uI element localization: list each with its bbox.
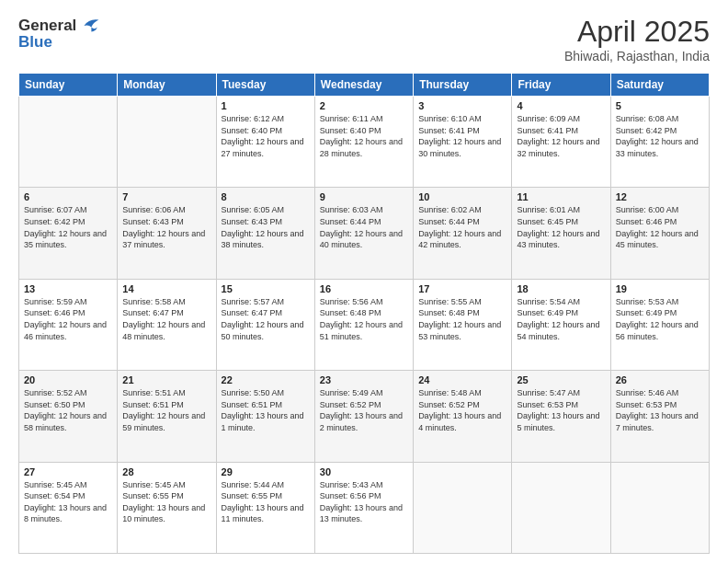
weekday-header-tuesday: Tuesday: [216, 74, 314, 97]
calendar-cell: 11Sunrise: 6:01 AMSunset: 6:45 PMDayligh…: [512, 188, 610, 279]
calendar-cell: 23Sunrise: 5:49 AMSunset: 6:52 PMDayligh…: [314, 371, 413, 462]
cell-day-number: 27: [24, 466, 112, 477]
cell-day-number: 30: [320, 466, 408, 477]
calendar-cell: 16Sunrise: 5:56 AMSunset: 6:48 PMDayligh…: [314, 279, 413, 370]
cell-day-number: 15: [222, 283, 310, 294]
cell-day-number: 17: [418, 283, 506, 294]
header: General Blue April 2025 Bhiwadi, Rajasth…: [18, 15, 710, 63]
cell-sun-info: Sunrise: 5:45 AMSunset: 6:54 PMDaylight:…: [24, 479, 112, 525]
calendar-cell: [414, 462, 512, 553]
calendar-cell: 22Sunrise: 5:50 AMSunset: 6:51 PMDayligh…: [216, 371, 314, 462]
calendar-cell: 24Sunrise: 5:48 AMSunset: 6:52 PMDayligh…: [414, 371, 512, 462]
calendar-cell: 15Sunrise: 5:57 AMSunset: 6:47 PMDayligh…: [216, 279, 314, 370]
calendar-cell: 25Sunrise: 5:47 AMSunset: 6:53 PMDayligh…: [512, 371, 610, 462]
calendar-cell: [512, 462, 610, 553]
cell-day-number: 29: [222, 466, 310, 477]
cell-day-number: 11: [517, 191, 605, 202]
cell-sun-info: Sunrise: 5:58 AMSunset: 6:47 PMDaylight:…: [122, 296, 210, 342]
cell-day-number: 7: [122, 191, 210, 202]
cell-sun-info: Sunrise: 6:05 AMSunset: 6:43 PMDaylight:…: [222, 204, 310, 250]
cell-day-number: 21: [122, 374, 210, 385]
cell-sun-info: Sunrise: 6:00 AMSunset: 6:46 PMDaylight:…: [616, 204, 704, 250]
logo-bird-icon: [78, 15, 100, 37]
cell-sun-info: Sunrise: 5:48 AMSunset: 6:52 PMDaylight:…: [418, 387, 506, 433]
calendar-cell: [118, 97, 216, 188]
cell-sun-info: Sunrise: 6:03 AMSunset: 6:44 PMDaylight:…: [320, 204, 408, 250]
cell-sun-info: Sunrise: 5:50 AMSunset: 6:51 PMDaylight:…: [222, 387, 310, 433]
cell-sun-info: Sunrise: 5:49 AMSunset: 6:52 PMDaylight:…: [320, 387, 408, 433]
weekday-header-sunday: Sunday: [19, 74, 118, 97]
week-row-2: 6Sunrise: 6:07 AMSunset: 6:42 PMDaylight…: [19, 188, 710, 279]
calendar-cell: 20Sunrise: 5:52 AMSunset: 6:50 PMDayligh…: [19, 371, 118, 462]
cell-day-number: 16: [320, 283, 408, 294]
calendar-cell: 30Sunrise: 5:43 AMSunset: 6:56 PMDayligh…: [314, 462, 413, 553]
cell-day-number: 26: [616, 374, 704, 385]
calendar-table: SundayMondayTuesdayWednesdayThursdayFrid…: [18, 73, 710, 554]
page: General Blue April 2025 Bhiwadi, Rajasth…: [0, 0, 728, 563]
calendar-cell: 19Sunrise: 5:53 AMSunset: 6:49 PMDayligh…: [610, 279, 709, 370]
calendar-cell: 9Sunrise: 6:03 AMSunset: 6:44 PMDaylight…: [314, 188, 413, 279]
title-block: April 2025 Bhiwadi, Rajasthan, India: [564, 15, 710, 63]
cell-sun-info: Sunrise: 6:01 AMSunset: 6:45 PMDaylight:…: [517, 204, 605, 250]
cell-day-number: 9: [320, 191, 408, 202]
cell-sun-info: Sunrise: 6:02 AMSunset: 6:44 PMDaylight:…: [418, 204, 506, 250]
cell-sun-info: Sunrise: 6:07 AMSunset: 6:42 PMDaylight:…: [24, 204, 112, 250]
calendar-cell: 17Sunrise: 5:55 AMSunset: 6:48 PMDayligh…: [414, 279, 512, 370]
week-row-1: 1Sunrise: 6:12 AMSunset: 6:40 PMDaylight…: [19, 97, 710, 188]
calendar-cell: 6Sunrise: 6:07 AMSunset: 6:42 PMDaylight…: [19, 188, 118, 279]
cell-day-number: 3: [418, 100, 506, 111]
calendar-cell: 14Sunrise: 5:58 AMSunset: 6:47 PMDayligh…: [118, 279, 216, 370]
weekday-header-saturday: Saturday: [610, 74, 709, 97]
cell-sun-info: Sunrise: 5:53 AMSunset: 6:49 PMDaylight:…: [616, 296, 704, 342]
calendar-cell: 12Sunrise: 6:00 AMSunset: 6:46 PMDayligh…: [610, 188, 709, 279]
cell-sun-info: Sunrise: 5:51 AMSunset: 6:51 PMDaylight:…: [122, 387, 210, 433]
cell-sun-info: Sunrise: 5:47 AMSunset: 6:53 PMDaylight:…: [517, 387, 605, 433]
cell-sun-info: Sunrise: 5:56 AMSunset: 6:48 PMDaylight:…: [320, 296, 408, 342]
month-title: April 2025: [564, 15, 710, 49]
calendar-cell: 27Sunrise: 5:45 AMSunset: 6:54 PMDayligh…: [19, 462, 118, 553]
calendar-cell: [610, 462, 709, 553]
cell-sun-info: Sunrise: 6:12 AMSunset: 6:40 PMDaylight:…: [222, 113, 310, 159]
cell-sun-info: Sunrise: 5:55 AMSunset: 6:48 PMDaylight:…: [418, 296, 506, 342]
calendar-cell: 5Sunrise: 6:08 AMSunset: 6:42 PMDaylight…: [610, 97, 709, 188]
logo: General Blue: [18, 15, 100, 52]
calendar-cell: 18Sunrise: 5:54 AMSunset: 6:49 PMDayligh…: [512, 279, 610, 370]
calendar-cell: 21Sunrise: 5:51 AMSunset: 6:51 PMDayligh…: [118, 371, 216, 462]
weekday-header-row: SundayMondayTuesdayWednesdayThursdayFrid…: [19, 74, 710, 97]
cell-day-number: 24: [418, 374, 506, 385]
cell-sun-info: Sunrise: 5:44 AMSunset: 6:55 PMDaylight:…: [222, 479, 310, 525]
calendar-cell: 2Sunrise: 6:11 AMSunset: 6:40 PMDaylight…: [314, 97, 413, 188]
calendar-cell: 8Sunrise: 6:05 AMSunset: 6:43 PMDaylight…: [216, 188, 314, 279]
cell-sun-info: Sunrise: 5:59 AMSunset: 6:46 PMDaylight:…: [24, 296, 112, 342]
cell-day-number: 23: [320, 374, 408, 385]
calendar-cell: 3Sunrise: 6:10 AMSunset: 6:41 PMDaylight…: [414, 97, 512, 188]
week-row-4: 20Sunrise: 5:52 AMSunset: 6:50 PMDayligh…: [19, 371, 710, 462]
calendar-cell: 7Sunrise: 6:06 AMSunset: 6:43 PMDaylight…: [118, 188, 216, 279]
cell-sun-info: Sunrise: 5:43 AMSunset: 6:56 PMDaylight:…: [320, 479, 408, 525]
logo-general-text: General: [18, 17, 76, 35]
cell-day-number: 8: [222, 191, 310, 202]
calendar-cell: 29Sunrise: 5:44 AMSunset: 6:55 PMDayligh…: [216, 462, 314, 553]
cell-sun-info: Sunrise: 5:46 AMSunset: 6:53 PMDaylight:…: [616, 387, 704, 433]
cell-sun-info: Sunrise: 5:52 AMSunset: 6:50 PMDaylight:…: [24, 387, 112, 433]
cell-sun-info: Sunrise: 6:06 AMSunset: 6:43 PMDaylight:…: [122, 204, 210, 250]
cell-day-number: 28: [122, 466, 210, 477]
cell-day-number: 5: [616, 100, 704, 111]
calendar-cell: 10Sunrise: 6:02 AMSunset: 6:44 PMDayligh…: [414, 188, 512, 279]
cell-sun-info: Sunrise: 5:54 AMSunset: 6:49 PMDaylight:…: [517, 296, 605, 342]
cell-sun-info: Sunrise: 6:08 AMSunset: 6:42 PMDaylight:…: [616, 113, 704, 159]
calendar-cell: 28Sunrise: 5:45 AMSunset: 6:55 PMDayligh…: [118, 462, 216, 553]
weekday-header-monday: Monday: [118, 74, 216, 97]
cell-sun-info: Sunrise: 6:09 AMSunset: 6:41 PMDaylight:…: [517, 113, 605, 159]
calendar-cell: 4Sunrise: 6:09 AMSunset: 6:41 PMDaylight…: [512, 97, 610, 188]
weekday-header-thursday: Thursday: [414, 74, 512, 97]
cell-day-number: 19: [616, 283, 704, 294]
cell-day-number: 13: [24, 283, 112, 294]
cell-day-number: 2: [320, 100, 408, 111]
weekday-header-wednesday: Wednesday: [314, 74, 413, 97]
week-row-5: 27Sunrise: 5:45 AMSunset: 6:54 PMDayligh…: [19, 462, 710, 553]
cell-sun-info: Sunrise: 6:10 AMSunset: 6:41 PMDaylight:…: [418, 113, 506, 159]
cell-day-number: 18: [517, 283, 605, 294]
cell-sun-info: Sunrise: 5:45 AMSunset: 6:55 PMDaylight:…: [122, 479, 210, 525]
calendar-cell: 13Sunrise: 5:59 AMSunset: 6:46 PMDayligh…: [19, 279, 118, 370]
